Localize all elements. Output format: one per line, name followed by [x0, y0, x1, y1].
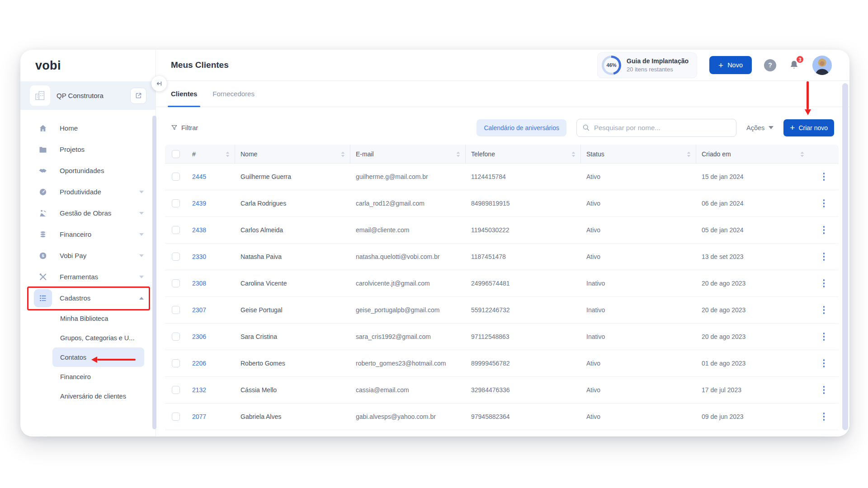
sidebar-item-projetos[interactable]: Projetos: [20, 139, 156, 160]
sort-icon: [225, 151, 230, 158]
chevron-down-icon: [139, 191, 144, 193]
svg-text:$: $: [42, 253, 44, 258]
client-id-link[interactable]: 2306: [187, 333, 235, 340]
sidebar-subitem-grupos-categorias[interactable]: Grupos, Categorias e U...: [52, 328, 144, 347]
row-checkbox[interactable]: [172, 173, 180, 181]
client-id-link[interactable]: 2206: [187, 360, 235, 367]
handshake-icon: [34, 162, 52, 180]
column-header-email[interactable]: E-mail: [350, 145, 466, 164]
guide-title: Guia de Implantação: [627, 57, 689, 65]
column-header-nome[interactable]: Nome: [235, 145, 350, 164]
row-menu-button[interactable]: [818, 249, 830, 264]
client-id-link[interactable]: 2077: [187, 413, 235, 420]
birthday-calendar-button[interactable]: Calendário de aniversários: [476, 119, 566, 136]
help-button[interactable]: ?: [764, 59, 776, 71]
column-header-telefone[interactable]: Telefone: [466, 145, 581, 164]
row-checkbox[interactable]: [172, 386, 180, 394]
gauge-icon: [34, 183, 52, 201]
chevron-up-icon: [139, 297, 144, 300]
row-checkbox[interactable]: [172, 279, 180, 287]
row-checkbox[interactable]: [172, 306, 180, 314]
row-menu-button[interactable]: [818, 222, 830, 238]
row-menu-button[interactable]: [818, 196, 830, 211]
row-checkbox[interactable]: [172, 226, 180, 234]
home-icon: [34, 119, 52, 137]
sidebar-subitem-financeiro[interactable]: Financeiro: [52, 367, 144, 386]
row-checkbox[interactable]: [172, 359, 180, 367]
header-actions: 46% Guia de Implantação 20 itens restant…: [597, 52, 832, 78]
notification-badge: 3: [796, 55, 804, 64]
client-id-link[interactable]: 2330: [187, 253, 235, 260]
vobi-logo: vobi: [35, 59, 61, 73]
coins-icon: [34, 225, 52, 244]
row-checkbox[interactable]: [172, 199, 180, 207]
dollar-coin-icon: $: [34, 247, 52, 265]
sidebar-subitem-contatos[interactable]: Contatos: [52, 347, 144, 367]
notifications-button[interactable]: 3: [788, 59, 800, 71]
row-menu-button[interactable]: [818, 382, 830, 398]
sidebar-item-gestao-de-obras[interactable]: Gestão de Obras: [20, 202, 156, 224]
client-id-link[interactable]: 2445: [187, 173, 235, 180]
sidebar: vobi QP Construtora Home: [20, 50, 156, 436]
client-id-link[interactable]: 2438: [187, 226, 235, 234]
funnel-icon: [171, 124, 178, 131]
plus-icon: +: [790, 123, 795, 132]
status-value: Ativo: [581, 253, 696, 260]
table-row: 2438 Carlos Almeida email@cliente.com 11…: [165, 217, 839, 244]
sidebar-subitem-minha-biblioteca[interactable]: Minha Biblioteca: [52, 309, 144, 328]
sidebar-item-oportunidades[interactable]: Oportunidades: [20, 160, 156, 181]
construction-worker-icon: [34, 204, 52, 222]
question-mark-icon: ?: [768, 61, 772, 69]
status-value: Ativo: [581, 173, 696, 180]
sidebar-item-cadastros[interactable]: Cadastros: [20, 287, 156, 309]
caret-down-icon: [769, 126, 774, 129]
folder-icon: [34, 141, 52, 159]
sidebar-item-ferramentas[interactable]: Ferramentas: [20, 266, 156, 287]
list-icon: [34, 289, 52, 307]
client-id-link[interactable]: 2132: [187, 386, 235, 394]
row-menu-button[interactable]: [818, 276, 830, 291]
toolbar: Filtrar Calendário de aniversários Ações…: [156, 107, 849, 145]
row-menu-button[interactable]: [818, 356, 830, 371]
status-value: Inativo: [581, 280, 696, 287]
open-external-button[interactable]: [130, 88, 146, 104]
user-avatar[interactable]: [812, 56, 832, 75]
column-header-id[interactable]: #: [187, 145, 235, 164]
client-id-link[interactable]: 2308: [187, 280, 235, 287]
client-id-link[interactable]: 2307: [187, 306, 235, 314]
main-area: Meus Clientes 46% Guia de Implantação 20…: [156, 50, 849, 436]
row-menu-button[interactable]: [818, 302, 830, 318]
sidebar-item-financeiro[interactable]: Financeiro: [20, 224, 156, 245]
row-checkbox[interactable]: [172, 333, 180, 341]
company-switcher[interactable]: QP Construtora: [20, 81, 156, 110]
sidebar-item-home[interactable]: Home: [20, 117, 156, 139]
external-link-icon: [135, 92, 142, 99]
row-menu-button[interactable]: [818, 329, 830, 344]
client-id-link[interactable]: 2439: [187, 200, 235, 207]
tab-clientes[interactable]: Clientes: [171, 81, 197, 107]
row-checkbox[interactable]: [172, 253, 180, 261]
chevron-down-icon: [139, 233, 144, 236]
sidebar-item-produtividade[interactable]: Produtividade: [20, 181, 156, 202]
sidebar-collapse-button[interactable]: [151, 76, 167, 91]
select-all-checkbox[interactable]: [172, 150, 180, 158]
search-input[interactable]: [594, 124, 731, 131]
sidebar-subitem-aniversario-de-clientes[interactable]: Aniversário de clientes: [52, 386, 144, 406]
novo-button[interactable]: + Novo: [709, 56, 752, 74]
sidebar-item-vobi-pay[interactable]: $ Vobi Pay: [20, 245, 156, 266]
actions-dropdown[interactable]: Ações: [746, 124, 774, 131]
main-scrollbar[interactable]: [842, 83, 848, 430]
row-menu-button[interactable]: [818, 409, 830, 424]
implementation-guide-widget[interactable]: 46% Guia de Implantação 20 itens restant…: [597, 52, 697, 78]
filter-button[interactable]: Filtrar: [171, 124, 198, 131]
column-header-criado-em[interactable]: Criado em: [696, 145, 809, 164]
row-checkbox[interactable]: [172, 413, 180, 421]
tab-fornecedores[interactable]: Fornecedores: [212, 81, 255, 107]
logo-row: vobi: [20, 50, 156, 81]
column-header-status[interactable]: Status: [581, 145, 696, 164]
criar-novo-button[interactable]: + Criar novo: [783, 119, 834, 136]
plus-icon: +: [718, 61, 723, 70]
status-value: Ativo: [581, 413, 696, 420]
row-menu-button[interactable]: [818, 169, 830, 184]
table-row: 2330 Natasha Paiva natasha.quelotti@vobi…: [165, 244, 839, 270]
